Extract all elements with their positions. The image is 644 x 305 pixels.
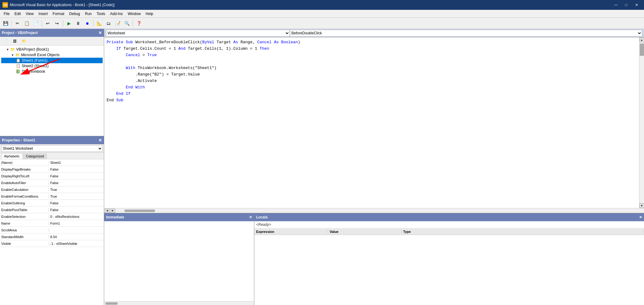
properties-panel-title: Properties - Sheet1 — [2, 138, 35, 142]
prop-row[interactable]: NameForm1 — [0, 220, 104, 227]
prop-row[interactable]: DisplayPageBreaksFalse — [0, 166, 104, 173]
icon-vbaproject: 📁 — [10, 47, 15, 52]
menu-item-insert[interactable]: Insert — [36, 11, 50, 17]
save-button[interactable]: 💾 — [1, 19, 10, 27]
locals-panel-close[interactable]: ✕ — [639, 215, 642, 219]
tab-categorized[interactable]: Categorized — [23, 153, 47, 159]
prop-name: StandardWidth — [0, 235, 49, 239]
scroll-thumb — [640, 44, 644, 56]
menu-item-file[interactable]: File — [1, 11, 12, 17]
menu-item-window[interactable]: Window — [125, 11, 143, 17]
help-button[interactable]: ❓ — [134, 19, 143, 27]
tree-item-thisworkbook[interactable]: 📗 ThisWorkbook — [1, 69, 103, 74]
menu-item-debug[interactable]: Debug — [67, 11, 82, 17]
locals-panel-title: Locals — [256, 215, 268, 219]
menu-item-edit[interactable]: Edit — [12, 11, 23, 17]
undo-button[interactable]: ↩ — [44, 19, 52, 27]
code-line: End If — [107, 91, 637, 97]
tree-label-thisworkbook: ThisWorkbook — [22, 69, 45, 74]
immediate-panel-close[interactable]: ✕ — [249, 215, 252, 219]
tree-label-excel-objects: Microsoft Excel Objects — [21, 53, 59, 57]
main-layout: Project - VBAProject ✕ 📄 🖼 📁 ▼ 📁 VBAProj… — [0, 29, 644, 305]
run-button[interactable]: ▶ — [65, 19, 73, 27]
expand-icon-vbaproject: ▼ — [6, 48, 9, 51]
project-button[interactable]: 🗂 — [104, 19, 113, 27]
prop-row[interactable]: EnableSelection0 - xlNoRestrictions — [0, 213, 104, 220]
hscroll-left-btn[interactable]: ◄ — [105, 209, 110, 213]
code-vscrollbar[interactable]: ▲ ▼ — [639, 37, 644, 208]
locals-col-expression: Expression — [254, 230, 328, 234]
tree-item-excel-objects[interactable]: ▼ 📁 Microsoft Excel Objects — [1, 52, 103, 58]
toolbar-separator-5 — [133, 20, 133, 26]
scroll-down-btn[interactable]: ▼ — [639, 203, 644, 208]
properties-button[interactable]: 📝 — [113, 19, 122, 27]
prop-name: EnableFormatConditions — [0, 195, 49, 198]
cut-button[interactable]: ✂ — [13, 19, 22, 27]
prop-row[interactable]: EnablePivotTableFalse — [0, 207, 104, 213]
menu-item-view[interactable]: View — [23, 11, 36, 17]
locals-panel-content — [254, 235, 644, 305]
design-button[interactable]: 📐 — [95, 19, 104, 27]
tree-label-sheet2: Sheet2 (Sheet1) — [22, 64, 48, 68]
window-controls: — □ ✕ — [611, 1, 642, 9]
tab-alphabetic[interactable]: Alphabetic — [1, 153, 22, 159]
code-line: Cancel = True — [107, 52, 637, 59]
locals-panel-header: Locals ✕ — [254, 213, 644, 221]
properties-table: (Name)Sheet1DisplayPageBreaksFalseDispla… — [0, 159, 104, 305]
object-dropdown[interactable]: Worksheet — [106, 30, 290, 37]
expand-icon-excel-objects: ▼ — [11, 53, 14, 57]
menu-item-help[interactable]: Help — [143, 11, 156, 17]
prop-row[interactable]: ScrollArea — [0, 227, 104, 234]
tree-label-sheet1: Sheet1 (Form1) — [22, 58, 47, 63]
menu-item-add-ins[interactable]: Add-Ins — [108, 11, 125, 17]
copy-button[interactable]: 📋 — [22, 19, 31, 27]
menu-item-format[interactable]: Format — [50, 11, 67, 17]
menu-item-run[interactable]: Run — [82, 11, 94, 17]
locals-col-value: Value — [328, 230, 401, 234]
hscroll-right-btn[interactable]: ► — [110, 209, 115, 213]
code-line: Private Sub Worksheet_BeforeDoubleClick(… — [107, 39, 637, 46]
prop-row[interactable]: (Name)Sheet1 — [0, 159, 104, 166]
tree-item-sheet2[interactable]: 📋 Sheet2 (Sheet1) — [1, 63, 103, 69]
pause-button[interactable]: ⏸ — [74, 19, 82, 27]
immediate-panel-content[interactable] — [104, 221, 254, 301]
hscroll-thumb — [124, 210, 155, 212]
code-line: With ThisWorkbook.Worksheets("Sheet1") — [107, 65, 637, 71]
code-editor[interactable]: Private Sub Worksheet_BeforeDoubleClick(… — [104, 37, 639, 208]
properties-selector-dropdown[interactable]: Sheet1 Worksheet — [1, 145, 103, 152]
project-panel-title: Project - VBAProject — [2, 31, 38, 35]
minimize-button[interactable]: — — [611, 1, 621, 9]
code-line: .Range("B2") = Target.Value — [107, 71, 637, 78]
icon-sheet1: 📋 — [16, 58, 21, 63]
view-code-button[interactable]: 📄 — [1, 37, 10, 45]
maximize-button[interactable]: □ — [621, 1, 631, 9]
prop-row[interactable]: EnableFormatConditionsTrue — [0, 193, 104, 200]
prop-row[interactable]: Visible-1 - xlSheetVisible — [0, 240, 104, 247]
prop-row[interactable]: StandardWidth8.54 — [0, 234, 104, 240]
prop-row[interactable]: EnableCalculationTrue — [0, 186, 104, 193]
procedure-dropdown[interactable]: BeforeDoubleClick — [290, 30, 642, 37]
prop-name: EnableCalculation — [0, 188, 49, 191]
object-browser-button[interactable]: 🔍 — [123, 19, 131, 27]
prop-row[interactable]: EnableOutliningFalse — [0, 200, 104, 207]
prop-row[interactable]: DisplayRightToLeftFalse — [0, 173, 104, 180]
stop-button[interactable]: ■ — [83, 19, 92, 27]
toolbar-separator — [11, 20, 12, 26]
scroll-up-btn[interactable]: ▲ — [639, 37, 644, 42]
prop-value: Form1 — [49, 222, 104, 225]
app-icon: VB — [2, 2, 8, 8]
close-button[interactable]: ✕ — [632, 1, 642, 9]
redo-button[interactable]: ↪ — [53, 19, 61, 27]
project-panel-close[interactable]: ✕ — [98, 30, 102, 35]
tree-item-sheet1[interactable]: 📋 Sheet1 (Form1) — [1, 58, 103, 63]
toggle-folders-button[interactable]: 📁 — [20, 37, 28, 45]
tree-item-vbaproject[interactable]: ▼ 📁 VBAProject (Book1) — [1, 47, 103, 52]
right-panel: Worksheet BeforeDoubleClick Private Sub … — [104, 29, 644, 305]
properties-panel-close[interactable]: ✕ — [98, 138, 102, 143]
paste-button[interactable]: 📄 — [32, 19, 40, 27]
prop-row[interactable]: EnableAutoFilterFalse — [0, 180, 104, 186]
project-tree: ▼ 📁 VBAProject (Book1) ▼ 📁 Microsoft Exc… — [0, 45, 104, 136]
menu-item-tools[interactable]: Tools — [94, 11, 108, 17]
prop-value: True — [49, 195, 104, 198]
view-object-button[interactable]: 🖼 — [10, 37, 19, 45]
